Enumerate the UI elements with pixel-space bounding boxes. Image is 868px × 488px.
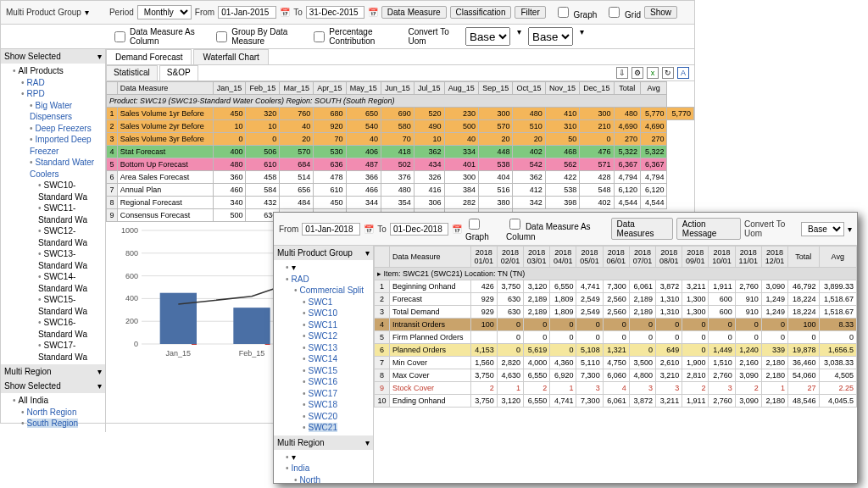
product-sidebar: Show Selected▾ All Products RAD RPD Big … bbox=[1, 49, 106, 432]
table-row[interactable]: 7Annual Plan4605846566104664804163845164… bbox=[107, 184, 694, 197]
graph-checkbox[interactable]: Graph bbox=[465, 216, 503, 241]
table-row[interactable]: 1Sales Volume 1yr Before4503207606806506… bbox=[107, 108, 694, 120]
uom-select-1[interactable]: Base bbox=[465, 27, 510, 46]
table-row[interactable]: 4Intransit Orders100000000000001008.33 bbox=[375, 319, 857, 331]
table-row[interactable]: 3Total Demand9296302,1891,8092,5492,5602… bbox=[375, 306, 857, 319]
table-row[interactable]: 3Sales Volume 3yr Before0020704070104020… bbox=[107, 133, 694, 146]
data-measures-button[interactable]: Data Measures bbox=[611, 218, 673, 240]
calendar-icon[interactable]: 📅 bbox=[452, 225, 462, 234]
back-toolbar2: Data Measure As Column Group By Data Mea… bbox=[1, 25, 694, 49]
tree-item[interactable]: SWC1 bbox=[303, 297, 370, 308]
chevron-down-icon[interactable]: ▾ bbox=[580, 27, 584, 46]
product-tree[interactable]: All Products RAD RPD Big Water Dispenser… bbox=[1, 64, 105, 364]
filter-button[interactable]: Filter bbox=[515, 6, 545, 19]
chevron-down-icon: ▾ bbox=[365, 438, 370, 447]
tree-item[interactable]: SWC14 bbox=[303, 353, 370, 365]
table-row[interactable]: 10Ending Onhand3,7503,1206,5504,7417,300… bbox=[375, 395, 857, 408]
svg-text:Feb_15: Feb_15 bbox=[239, 349, 265, 358]
classification-button[interactable]: Classification bbox=[450, 6, 512, 19]
svg-text:0: 0 bbox=[134, 340, 138, 348]
table-row[interactable]: 5Firm Planned Orders0000000000000 bbox=[375, 331, 857, 344]
calendar-icon[interactable]: 📅 bbox=[364, 225, 374, 234]
grid-checkbox[interactable]: Grid bbox=[605, 4, 641, 20]
mpg-header[interactable]: Multi Product Group▾ bbox=[274, 246, 373, 260]
svg-text:200: 200 bbox=[125, 317, 138, 325]
tree-item[interactable]: SWC10-Standard Wa bbox=[38, 180, 102, 202]
table-row[interactable]: 6Planned Orders4,15305,61905,1081,321064… bbox=[375, 344, 857, 357]
front-region-tree[interactable]: ▾ India North South KA TN Plan bbox=[274, 450, 373, 484]
uom-select-2[interactable]: Base bbox=[528, 27, 573, 46]
table-row[interactable]: 2Sales Volume 2yr Before1010409205405804… bbox=[107, 120, 694, 133]
tree-item[interactable]: SWC18 bbox=[303, 399, 370, 411]
tab-statistical[interactable]: Statistical bbox=[106, 65, 158, 80]
uom-select[interactable]: Base bbox=[801, 222, 844, 236]
show-selected-header[interactable]: Show Selected▾ bbox=[1, 49, 105, 64]
tree-item[interactable]: SWC21 bbox=[303, 422, 370, 434]
refresh-icon[interactable]: ↻ bbox=[662, 67, 674, 79]
tab-demand-forecast[interactable]: Demand Forecast bbox=[106, 49, 192, 64]
table-row[interactable]: 9Stock Cover212134332321272.25 bbox=[375, 382, 857, 395]
pct-checkbox[interactable]: Percentage Contribution bbox=[310, 27, 401, 46]
tree-item[interactable]: SWC14-Standard Wa bbox=[38, 271, 102, 294]
show-button[interactable]: Show bbox=[644, 6, 677, 19]
front-product-tree[interactable]: ▾ RAD Commercial Split SWC1SWC10SWC11SWC… bbox=[274, 260, 373, 435]
group-dm-checkbox[interactable]: Group By Data Measure bbox=[213, 27, 303, 46]
region-tree[interactable]: All India North Region South Region bbox=[1, 393, 105, 431]
svg-rect-13 bbox=[192, 344, 197, 345]
tab-waterfall[interactable]: Waterfall Chart bbox=[193, 49, 268, 64]
tree-item[interactable]: SWC20 bbox=[303, 411, 370, 423]
tree-item[interactable]: SWC13 bbox=[303, 342, 370, 354]
table-row[interactable]: 1Beginning Onhand4263,7503,1206,5504,741… bbox=[375, 280, 857, 293]
svg-rect-15 bbox=[233, 308, 270, 344]
table-row[interactable]: 5Bottom Up Forecast480610684636487502434… bbox=[107, 158, 694, 171]
svg-text:Jan_15: Jan_15 bbox=[166, 349, 192, 358]
from-label: From bbox=[279, 225, 298, 234]
calendar-icon[interactable]: 📅 bbox=[368, 8, 378, 17]
tree-item[interactable]: SWC10 bbox=[303, 308, 370, 319]
from-date-input[interactable] bbox=[302, 223, 360, 236]
help-icon[interactable]: A bbox=[677, 67, 689, 79]
table-row[interactable]: 2Forecast9296302,1891,8092,5492,5602,189… bbox=[375, 293, 857, 306]
tree-item[interactable]: SWC13-Standard Wa bbox=[38, 248, 102, 271]
svg-rect-12 bbox=[160, 293, 197, 344]
tree-item[interactable]: SWC17-Standard Wa bbox=[38, 340, 102, 363]
tree-item[interactable]: SWC15-Standard Wa bbox=[38, 294, 102, 317]
table-row[interactable]: 7Min Cover1,5602,8204,0004,3605,1104,750… bbox=[375, 357, 857, 369]
chevron-down-icon[interactable]: ▾ bbox=[517, 27, 521, 46]
front-region-header[interactable]: Multi Region▾ bbox=[274, 435, 373, 450]
tree-item[interactable]: SWC12-Standard Wa bbox=[38, 225, 102, 248]
table-row[interactable]: 4Stat Forecast40050657053040641836233444… bbox=[107, 146, 694, 158]
settings-icon[interactable]: ⚙ bbox=[632, 67, 643, 79]
action-message-button[interactable]: Action Message bbox=[676, 218, 741, 240]
calendar-icon[interactable]: 📅 bbox=[280, 8, 290, 17]
dm-column-checkbox[interactable]: Data Measure As Column bbox=[506, 216, 607, 241]
data-measure-button[interactable]: Data Measure bbox=[381, 6, 447, 19]
table-row[interactable]: 8Max Cover3,7504,6306,5506,9207,3006,060… bbox=[375, 369, 857, 382]
table-row[interactable]: 6Area Sales Forecast36045851447836637632… bbox=[107, 171, 694, 184]
table-row[interactable]: 8Regional Forecast3404324844503443543062… bbox=[107, 197, 694, 209]
show-selected-header-2[interactable]: Show Selected▾ bbox=[1, 379, 105, 393]
dm-column-checkbox[interactable]: Data Measure As Column bbox=[111, 27, 206, 46]
chevron-down-icon: ▾ bbox=[97, 367, 102, 376]
tree-item[interactable]: SWC11 bbox=[303, 319, 370, 331]
tree-item[interactable]: SWC15 bbox=[303, 365, 370, 377]
graph-checkbox[interactable]: Graph bbox=[554, 4, 598, 20]
to-date-input[interactable] bbox=[306, 6, 364, 19]
multi-region-header[interactable]: Multi Region▾ bbox=[1, 364, 105, 379]
tab-sop[interactable]: S&OP bbox=[159, 65, 198, 80]
excel-icon[interactable]: x bbox=[647, 67, 659, 79]
plan-grid[interactable]: Data Measure201801/01201802/01201803/012… bbox=[374, 246, 857, 408]
chevron-down-icon: ▾ bbox=[97, 52, 102, 61]
chevron-down-icon[interactable]: ▾ bbox=[85, 8, 89, 17]
to-date-input[interactable] bbox=[390, 223, 448, 236]
tree-item[interactable]: SWC16-Standard Wa bbox=[38, 317, 102, 340]
chevron-down-icon[interactable]: ▾ bbox=[848, 225, 852, 234]
from-date-input[interactable] bbox=[218, 6, 276, 19]
forecast-grid[interactable]: Data MeasureJan_15Feb_15Mar_15Apr_15May_… bbox=[106, 81, 694, 222]
tree-item[interactable]: SWC12 bbox=[303, 330, 370, 342]
period-select[interactable]: Monthly bbox=[137, 5, 192, 19]
tree-item[interactable]: SWC11-Standard Wa bbox=[38, 202, 102, 225]
tree-item[interactable]: SWC16 bbox=[303, 376, 370, 388]
export-icon[interactable]: ⇩ bbox=[616, 67, 628, 79]
tree-item[interactable]: SWC17 bbox=[303, 388, 370, 400]
